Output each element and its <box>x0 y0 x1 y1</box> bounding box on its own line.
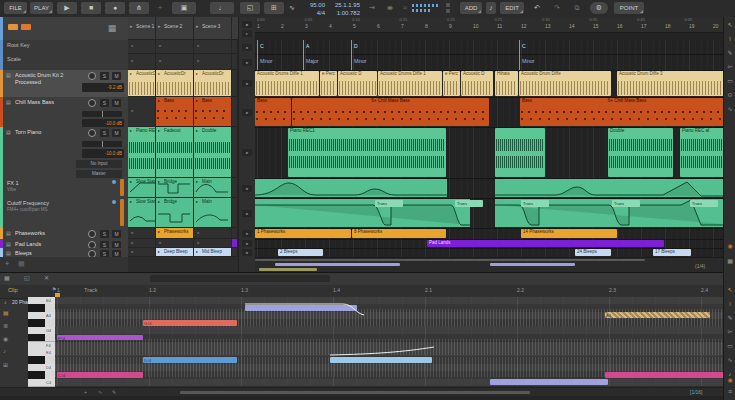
mute-button[interactable]: M <box>112 72 121 80</box>
file-button[interactable]: FILE <box>4 2 27 14</box>
launcher-cell-scale-1[interactable]: ■ <box>128 54 156 70</box>
editor-add-icon[interactable]: + <box>84 389 87 395</box>
play-menu-button[interactable]: PLAY <box>30 2 53 14</box>
automation-value-dot[interactable] <box>112 200 116 204</box>
arranger-clip-pads[interactable]: Pad Lands <box>427 240 664 247</box>
editor-audition-tool[interactable]: ◉ <box>724 376 735 383</box>
arranger-clip-bleeps[interactable]: 2 Bleeps <box>278 249 323 256</box>
snap-menu-tool[interactable]: ▦ <box>724 257 735 264</box>
groove-button[interactable]: ∿ <box>284 2 300 14</box>
launcher-cell-scale-2[interactable]: ■ <box>156 54 194 70</box>
arranger-clip-drums[interactable]: e Perc <box>320 71 337 96</box>
arranger-clip-piano[interactable]: Piano REC af <box>680 128 723 177</box>
arranger-clip-bleeps[interactable]: 17 Bleeps <box>653 249 691 256</box>
arranger-clip-piano[interactable]: Piano REC1 <box>288 128 446 177</box>
point-button[interactable]: POINT <box>614 2 644 14</box>
automation-region-fx1[interactable] <box>495 179 723 197</box>
rect-tool[interactable]: ▭ <box>724 75 735 88</box>
root-key-row[interactable]: Root Key <box>0 40 128 55</box>
skip-button[interactable]: ⇥ <box>366 2 378 14</box>
record-button[interactable]: ● <box>105 2 125 14</box>
launcher-clip[interactable]: ▸Mid Bleep <box>194 248 231 256</box>
pen-mode-button[interactable]: ♪ <box>486 2 496 14</box>
lane-stop-button[interactable]: ■ <box>242 149 252 156</box>
record-arm-button[interactable] <box>88 72 96 80</box>
arranger-clip-drums[interactable]: Acoustic Drums Diffe 1 <box>378 71 442 96</box>
mute-button[interactable]: M <box>112 129 121 137</box>
editor-pencil-icon[interactable]: ✎ <box>112 389 116 395</box>
launcher-cell-pads-1[interactable]: ■ <box>128 239 156 248</box>
tab-track[interactable]: Track <box>84 287 98 293</box>
record-arm-button[interactable] <box>88 99 96 107</box>
launcher-cell-pads-3[interactable]: ■ <box>194 239 232 248</box>
add-cue-button[interactable]: + <box>153 2 167 14</box>
automation-region-fx1[interactable] <box>255 179 447 197</box>
launcher-clip[interactable]: ▸Bass <box>156 97 193 126</box>
launcher-clip[interactable]: ▸AcousticDr <box>128 70 155 96</box>
footer-grid-icon[interactable]: ▦ <box>18 260 25 268</box>
metronome-button[interactable]: ♩ <box>210 2 234 14</box>
arranger-clip-phase[interactable]: 8 Phaseworks <box>352 229 446 238</box>
solo-button[interactable]: S <box>100 72 109 80</box>
ibeam-tool[interactable]: I <box>724 33 735 46</box>
knife-tool[interactable]: ✄ <box>724 61 735 74</box>
launcher-cell-phase-1[interactable]: ■ <box>128 228 156 239</box>
launcher-cell-bass-1[interactable]: ■ <box>128 97 156 127</box>
record-arm-button[interactable] <box>88 129 96 137</box>
launcher-cell-fx1-3[interactable]: ▸Main <box>194 178 232 198</box>
arranger-clip-bleeps[interactable]: 24 Bleeps <box>575 249 611 256</box>
arranger-clip-drums[interactable]: Hihats <box>495 71 518 96</box>
launcher-cell-cutoff-1[interactable]: ▸Slow Start <box>128 198 156 228</box>
launcher-cell-piano-3[interactable]: ▸Double <box>194 127 232 178</box>
add-track-icon[interactable]: + <box>5 260 9 267</box>
volume-meter[interactable] <box>82 111 122 117</box>
wave-tool[interactable]: ∿ <box>724 103 735 116</box>
punch-button[interactable]: ▣ <box>172 2 196 14</box>
stop-button[interactable]: ■ <box>81 2 101 14</box>
arranger-clip-piano[interactable] <box>495 128 545 177</box>
solo-button[interactable]: S <box>100 129 109 137</box>
transition-chip[interactable]: Trans <box>690 200 718 207</box>
meter-options[interactable] <box>445 3 451 14</box>
launcher-clip[interactable]: ▸Deep Bleep <box>156 248 193 256</box>
scrollbar-thumb[interactable] <box>255 259 645 261</box>
launcher-clip[interactable]: ▸AcousticDr <box>156 70 193 96</box>
launcher-clip[interactable]: ▸Double <box>194 127 231 177</box>
launcher-clip[interactable]: ▸Slow Start <box>128 198 155 227</box>
launcher-clip[interactable]: ▸Bass <box>194 97 231 126</box>
launcher-clip[interactable]: ▸Piano REC1 <box>128 127 155 177</box>
launcher-clip[interactable]: ▸Slow Start <box>128 178 155 197</box>
scene-header-1[interactable]: ▸Scene 1 <box>128 17 156 40</box>
piano-key-black[interactable] <box>28 356 45 363</box>
editor-close-icon[interactable]: ✕ <box>44 274 49 281</box>
arranger-clip-bass[interactable]: 6+ Chill Mass Bass <box>292 98 489 126</box>
fullscreen-button[interactable]: ◱ <box>240 2 260 14</box>
pencil-tool[interactable]: ✎ <box>724 47 735 60</box>
launcher-cell-cutoff-3[interactable]: ▸Main <box>194 198 232 228</box>
launcher-cell-scale-3[interactable]: ■ <box>194 54 232 70</box>
master-row[interactable]: ▦ <box>0 17 128 41</box>
routing-chooser-1[interactable]: Master <box>76 170 122 178</box>
editor-layer-slot[interactable] <box>150 275 330 282</box>
automation-value-dot[interactable] <box>112 180 116 184</box>
tab-clip[interactable]: Clip <box>8 287 17 293</box>
rect-tool[interactable]: ▭ <box>724 340 735 353</box>
volume-meter[interactable] <box>82 141 122 147</box>
launcher-clip[interactable]: ▸AcousticDr <box>194 70 231 96</box>
track-header-fx1[interactable]: FX 1Vibe <box>0 178 128 199</box>
timeline-ruler[interactable]: 0:000:050:100:150:200:250:300:350:400:45… <box>255 17 723 33</box>
piano-key-black[interactable] <box>28 304 45 311</box>
launcher-cell-bleeps-3[interactable]: ▸Mid Bleep <box>194 248 232 257</box>
track-header-cutoff[interactable]: Cutoff FrequencyFM4+ cutoff/pan MS <box>0 198 128 229</box>
launcher-cell-fx1-2[interactable]: ▸Bridge <box>156 178 194 198</box>
automation-write-button[interactable]: ⋔ <box>129 2 149 14</box>
editor-grid-icon[interactable]: ▦ <box>4 274 10 281</box>
tempo-display[interactable]: 95.00 4/4 <box>303 1 325 17</box>
launcher-cell-bass-2[interactable]: ▸Bass <box>156 97 194 127</box>
lane-stop-button[interactable]: ■ <box>242 249 252 256</box>
transition-chip[interactable]: Trans <box>375 200 403 207</box>
arranger-clip-piano[interactable]: Double <box>608 128 673 177</box>
lane-stop-button[interactable]: ■ <box>242 80 252 87</box>
launcher-cell-fx1-1[interactable]: ▸Slow Start <box>128 178 156 198</box>
redo-button[interactable]: ↷ <box>548 2 566 14</box>
